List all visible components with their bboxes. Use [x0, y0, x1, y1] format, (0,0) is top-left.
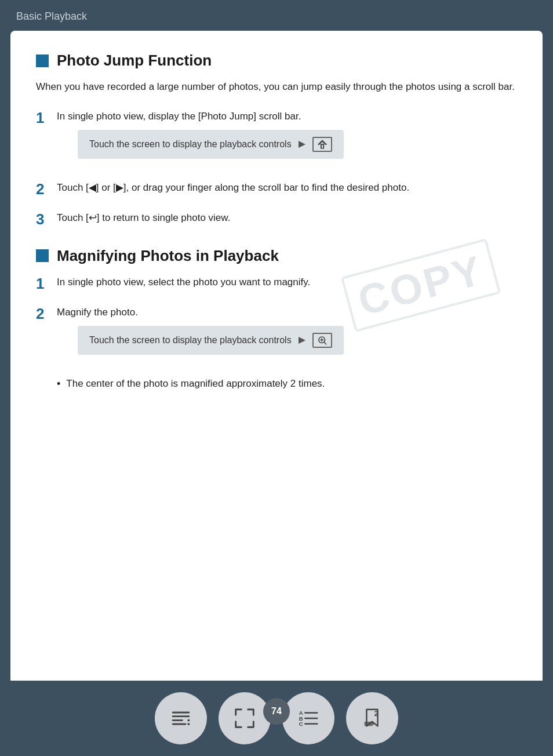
svg-marker-2 — [299, 337, 305, 344]
svg-text:2: 2 — [374, 710, 379, 718]
section-magnifying-title: Magnifying Photos in Playback — [36, 247, 517, 265]
bullet-dot: • — [57, 376, 60, 392]
svg-point-11 — [187, 719, 190, 721]
step-item: 3 Touch [↩] to return to single photo vi… — [36, 210, 517, 230]
main-content: COPY Photo Jump Function When you have r… — [10, 31, 543, 681]
hint-text-2: Touch the screen to display the playback… — [89, 335, 292, 346]
svg-line-6 — [324, 342, 326, 344]
step-text: Magnify the photo. — [57, 307, 138, 318]
section-heading-magnifying: Magnifying Photos in Playback — [57, 247, 279, 265]
hint-box-1: Touch the screen to display the playback… — [78, 130, 344, 159]
step-number: 3 — [36, 210, 57, 230]
svg-rect-9 — [172, 719, 183, 721]
bullet-item: • The center of the photo is magnified a… — [57, 376, 517, 392]
step-item: 1 In single photo view, display the [Pho… — [36, 108, 517, 169]
svg-rect-20 — [365, 722, 372, 726]
svg-rect-1 — [321, 144, 323, 148]
hint-text-1: Touch the screen to display the playback… — [89, 139, 292, 150]
step-number: 2 — [36, 180, 57, 199]
header-bar: Basic Playback — [0, 0, 553, 31]
abc-list-icon: A B C — [296, 706, 321, 730]
svg-rect-8 — [172, 715, 190, 717]
header-title: Basic Playback — [16, 10, 87, 22]
annotate-icon: 2 — [360, 706, 384, 730]
hint-bracket-zoom-icon — [312, 333, 332, 348]
page-number-badge: 74 — [263, 698, 290, 725]
section-blue-square-2 — [36, 249, 49, 262]
step-item: 1 In single photo view, select the photo… — [36, 274, 517, 294]
step-item: 2 Touch [◀] or [▶], or drag your finger … — [36, 180, 517, 199]
step-item: 2 Magnify the photo. Touch the screen to… — [36, 304, 517, 365]
page-number: 74 — [271, 706, 282, 717]
section-blue-square — [36, 54, 49, 67]
step-text: In single photo view, display the [Photo… — [57, 111, 301, 122]
section-photo-jump-title: Photo Jump Function — [36, 52, 517, 70]
svg-text:C: C — [299, 721, 303, 727]
steps-list-photo-jump: 1 In single photo view, display the [Pho… — [36, 108, 517, 230]
svg-rect-10 — [172, 724, 187, 725]
svg-rect-7 — [172, 712, 190, 714]
step-text: Touch [◀] or [▶], or drag your finger al… — [57, 180, 517, 195]
expand-icon — [232, 706, 257, 730]
bottom-bar: 74 A B C 2 — [0, 681, 553, 756]
hint-box-2: Touch the screen to display the playback… — [78, 326, 344, 355]
nav-button-abc-list[interactable]: A B C — [282, 692, 334, 744]
section-intro-text: When you have recorded a large number of… — [36, 79, 517, 94]
section-heading-photo-jump: Photo Jump Function — [57, 52, 212, 70]
hint-arrow-icon — [296, 139, 308, 150]
step-number: 2 — [36, 304, 57, 324]
step-number: 1 — [36, 108, 57, 128]
nav-button-expand[interactable] — [219, 692, 271, 744]
steps-list-magnifying: 1 In single photo view, select the photo… — [36, 274, 517, 365]
menu-icon — [169, 706, 193, 730]
step-number: 1 — [36, 274, 57, 294]
svg-marker-0 — [299, 141, 305, 148]
hint-arrow-icon-2 — [296, 335, 308, 346]
nav-button-annotate[interactable]: 2 — [346, 692, 398, 744]
svg-point-12 — [187, 723, 190, 725]
bullet-text: The center of the photo is magnified app… — [66, 376, 325, 391]
nav-button-menu[interactable] — [155, 692, 207, 744]
hint-bracket-home-icon — [312, 137, 332, 152]
step-text: In single photo view, select the photo y… — [57, 274, 517, 290]
step-text: Touch [↩] to return to single photo view… — [57, 210, 517, 226]
